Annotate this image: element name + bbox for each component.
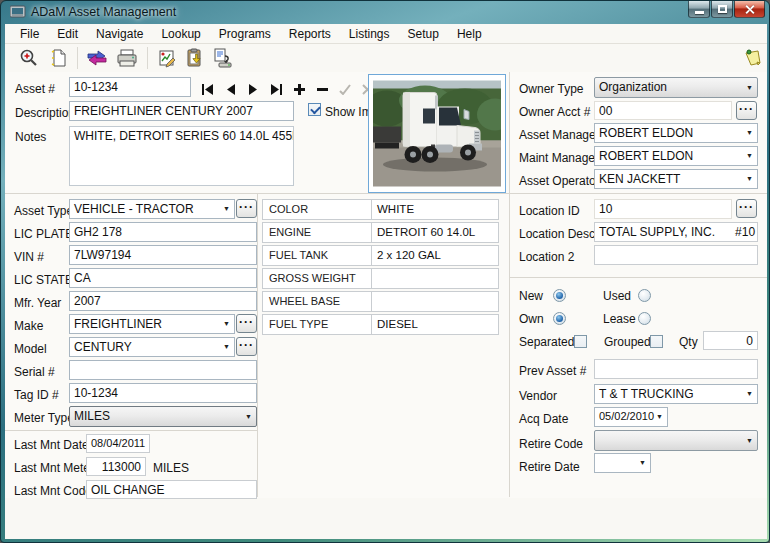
transfer-icon[interactable] bbox=[85, 47, 109, 69]
menu-edit[interactable]: Edit bbox=[48, 25, 87, 43]
menu-setup[interactable]: Setup bbox=[399, 25, 448, 43]
spec-value[interactable]: DIESEL bbox=[377, 318, 418, 330]
owner-acct-lookup-button[interactable] bbox=[736, 101, 757, 120]
menu-reports[interactable]: Reports bbox=[280, 25, 340, 43]
asset-manager-combo[interactable]: ROBERT ELDON▼ bbox=[594, 123, 758, 143]
nav-next-icon[interactable] bbox=[243, 80, 263, 98]
asset-number-field[interactable]: 10-1234 bbox=[69, 77, 191, 97]
lic-plate-field[interactable]: GH2 178 bbox=[69, 222, 257, 242]
retire-code-label: Retire Code bbox=[519, 437, 583, 451]
asset-operator-combo[interactable]: KEN JACKETT▼ bbox=[594, 169, 758, 189]
chevron-down-icon: ▼ bbox=[223, 343, 230, 350]
maximize-icon bbox=[718, 5, 727, 13]
asset-type-combo[interactable]: VEHICLE - TRACTOR▼ bbox=[69, 199, 235, 219]
panel-divider bbox=[509, 72, 510, 497]
grouped-checkbox[interactable] bbox=[650, 335, 663, 348]
menu-navigate[interactable]: Navigate bbox=[87, 25, 152, 43]
chevron-down-icon: ▼ bbox=[223, 205, 230, 212]
panel-divider bbox=[257, 193, 258, 497]
location-2-field[interactable] bbox=[594, 245, 758, 265]
model-combo[interactable]: CENTURY▼ bbox=[69, 337, 235, 357]
spec-row-fuel-type: FUEL TYPE DIESEL bbox=[262, 314, 499, 335]
menu-file[interactable]: File bbox=[11, 25, 48, 43]
spec-label: COLOR bbox=[269, 203, 308, 215]
vin-field[interactable]: 7LW97194 bbox=[69, 245, 257, 265]
minimize-button[interactable] bbox=[688, 1, 710, 18]
own-radio[interactable] bbox=[553, 312, 566, 325]
asset-type-lookup-button[interactable] bbox=[236, 199, 257, 218]
owner-acct-field[interactable]: 00 bbox=[594, 101, 732, 120]
maint-manager-combo[interactable]: ROBERT ELDON▼ bbox=[594, 146, 758, 166]
make-lookup-button[interactable] bbox=[236, 314, 257, 333]
lic-state-field[interactable]: CA bbox=[69, 268, 257, 288]
acq-date-picker[interactable]: 05/02/2010▼ bbox=[594, 407, 668, 427]
chevron-down-icon: ▼ bbox=[746, 84, 753, 91]
nav-post-icon[interactable] bbox=[335, 80, 355, 98]
retire-code-combo[interactable]: ▼ bbox=[594, 430, 758, 451]
retire-date-picker[interactable]: ▼ bbox=[594, 453, 651, 473]
show-img-checkbox[interactable] bbox=[308, 103, 321, 116]
chevron-down-icon: ▼ bbox=[746, 175, 753, 182]
toolbar-separator bbox=[77, 47, 78, 69]
model-lookup-button[interactable] bbox=[236, 337, 257, 356]
last-mnt-code-field[interactable]: OIL CHANGE bbox=[86, 480, 257, 499]
location-desc-field[interactable]: TOTAL SUPPLY, INC. #10 bbox=[594, 222, 758, 242]
lease-label: Lease bbox=[603, 312, 636, 326]
spec-label: ENGINE bbox=[269, 226, 311, 238]
nav-last-icon[interactable] bbox=[266, 80, 286, 98]
menu-listings[interactable]: Listings bbox=[340, 25, 399, 43]
last-mnt-code-label: Last Mnt Code bbox=[14, 484, 92, 498]
chevron-down-icon: ▼ bbox=[639, 459, 646, 466]
print-icon[interactable] bbox=[115, 47, 139, 69]
lic-state-label: LIC STATE bbox=[14, 273, 73, 287]
asset-operator-label: Asset Operator bbox=[519, 174, 600, 188]
asset-photo-frame[interactable] bbox=[368, 74, 506, 193]
serial-label: Serial # bbox=[14, 365, 55, 379]
meter-type-combo[interactable]: MILES▼ bbox=[69, 406, 257, 427]
spec-value[interactable]: 2 x 120 GAL bbox=[377, 249, 441, 261]
nav-insert-icon[interactable] bbox=[289, 80, 309, 98]
menu-lookup[interactable]: Lookup bbox=[152, 25, 209, 43]
new-radio[interactable] bbox=[553, 289, 566, 302]
spec-value[interactable]: DETROIT 60 14.0L bbox=[377, 226, 475, 238]
maximize-button[interactable] bbox=[711, 1, 733, 18]
menu-help[interactable]: Help bbox=[448, 25, 491, 43]
last-mnt-date-field[interactable]: 08/04/2011 bbox=[86, 434, 150, 453]
tag-id-field[interactable]: 10-1234 bbox=[69, 383, 257, 403]
location-id-lookup-button[interactable] bbox=[736, 199, 757, 218]
spec-value[interactable]: WHITE bbox=[377, 203, 414, 215]
new-record-icon[interactable] bbox=[47, 47, 71, 69]
app-icon bbox=[10, 5, 26, 19]
asset-type-label: Asset Type bbox=[14, 204, 73, 218]
make-combo[interactable]: FREIGHTLINER▼ bbox=[69, 314, 235, 334]
own-label: Own bbox=[519, 312, 544, 326]
notes-field[interactable]: WHITE, DETROIT SERIES 60 14.0L 455HP bbox=[69, 126, 294, 186]
vendor-label: Vendor bbox=[519, 389, 557, 403]
zoom-icon[interactable] bbox=[17, 47, 41, 69]
separated-label: Separated bbox=[519, 335, 574, 349]
export-icon[interactable] bbox=[211, 47, 235, 69]
menu-programs[interactable]: Programs bbox=[210, 25, 280, 43]
description-field[interactable]: FREIGHTLINER CENTURY 2007 bbox=[69, 101, 294, 121]
mfr-year-field[interactable]: 2007 bbox=[69, 291, 257, 311]
title-bar[interactable]: ADaM Asset Management bbox=[1, 1, 769, 24]
qty-field[interactable]: 0 bbox=[703, 331, 758, 350]
separated-checkbox[interactable] bbox=[574, 335, 587, 348]
close-button[interactable] bbox=[734, 1, 765, 18]
prev-asset-field[interactable] bbox=[594, 359, 758, 379]
edit-record-icon[interactable] bbox=[155, 47, 179, 69]
paste-icon[interactable] bbox=[183, 47, 207, 69]
location-id-field[interactable]: 10 bbox=[594, 199, 732, 219]
notes-icon[interactable] bbox=[741, 47, 765, 69]
owner-type-combo[interactable]: Organization▼ bbox=[594, 77, 758, 98]
nav-prior-icon[interactable] bbox=[220, 80, 240, 98]
spec-row-engine: ENGINE DETROIT 60 14.0L bbox=[262, 222, 499, 243]
last-mnt-meter-field[interactable]: 113000 bbox=[86, 457, 146, 476]
vendor-combo[interactable]: T & T TRUCKING▼ bbox=[594, 384, 758, 404]
lease-radio[interactable] bbox=[638, 312, 651, 325]
nav-first-icon[interactable] bbox=[197, 80, 217, 98]
toolbar-separator bbox=[147, 47, 148, 69]
serial-field[interactable] bbox=[69, 360, 257, 380]
used-radio[interactable] bbox=[638, 289, 651, 302]
nav-delete-icon[interactable] bbox=[312, 80, 332, 98]
